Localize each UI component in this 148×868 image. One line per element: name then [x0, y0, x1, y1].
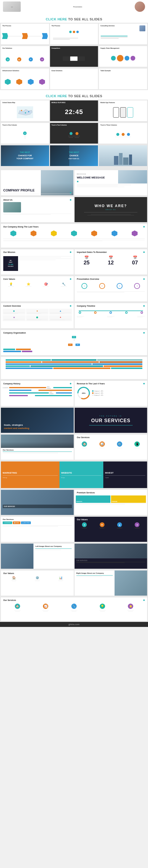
click-here-text-2[interactable]: CLICK HERE	[46, 94, 67, 98]
left-img-title: Left Image About our Company	[35, 546, 72, 547]
slide-revenue[interactable]: Revenue In The Last 4 Years 48%	[75, 381, 147, 406]
slide-best-1[interactable]: THE BESTCHANCE FORYOUR COMPANY	[1, 145, 49, 166]
slide-presentation-overview[interactable]: Presentation Overview 1 2 3 4	[75, 276, 147, 301]
slide-about-us[interactable]: About Us	[1, 197, 74, 222]
slide-our-services-hero[interactable]: THE FUTURE IS OUR SERVICES	[75, 408, 147, 433]
preview-label-1: Presentation	[73, 6, 82, 8]
slide-competitors[interactable]: Competitors	[50, 46, 98, 67]
slide-company-profile[interactable]: COMPANY PROFILE	[1, 170, 74, 195]
slide-company-years[interactable]: Our Company Along The Last Years	[1, 224, 147, 248]
slide-final-services[interactable]: Our Services 🏠 📈 🔧	[1, 597, 147, 621]
org-box-top: CEO	[72, 336, 76, 338]
who-subtitle: about us	[106, 209, 116, 210]
dates-row: 📅 25 📅 12 📅 07	[75, 255, 147, 266]
to-see-all-text-2: TO SEE ALL SLIDES	[68, 94, 102, 98]
slide-infrastructure[interactable]: Infrastructure Solutions	[1, 68, 49, 89]
slide-mobile-features[interactable]: MOBILE FEATURES 22:45	[50, 100, 98, 121]
slide-our-values-light[interactable]: Our Values 🏠 ⚙️ 📊	[1, 570, 74, 596]
content-overview-title: Content Overview	[3, 305, 21, 307]
company-org-row: Company Organization CEO CFO CMO	[0, 329, 148, 356]
large-slide-row-6: Company History COUNTRY NEW BRAND	[0, 380, 148, 407]
click-here-banner-2[interactable]: CLICK HERE TO SEE ALL SLIDES	[1, 92, 147, 99]
section-gap-1	[0, 167, 148, 169]
org-box-right: CMO	[75, 344, 80, 346]
slide-marketing[interactable]: MARKETING Strategy WEBSITE Design INVEST…	[1, 462, 147, 488]
slide-grid-4: United States Map MOBILE FEATURES 22:45 …	[0, 99, 148, 122]
slide-core-values[interactable]: Core Values 💡 ⭐ 🎯 🔧	[1, 276, 74, 301]
slide-welcome[interactable]: message WELCOME MESSAGE	[75, 170, 147, 195]
services-hero-sub: THE FUTURE IS	[99, 415, 122, 417]
slide-left-image[interactable]: Left Image About our Company	[1, 544, 74, 569]
slide-services-photo[interactable]: Our Services	[1, 435, 74, 460]
services-icons-title: Our Services	[77, 436, 90, 438]
mission-title: Our Mission	[3, 251, 15, 253]
services-btn-title: Our Services	[3, 519, 72, 520]
slide-people-group[interactable]: Our Services	[75, 544, 147, 569]
slide-us-map[interactable]: United States Map	[1, 100, 49, 121]
svg-text:48%: 48%	[82, 392, 85, 394]
slide-company-history[interactable]: Company History COUNTRY NEW BRAND	[1, 381, 74, 406]
slide-grid-1: The Process The Process	[0, 23, 148, 45]
slide-grid-2: Our Solutions ★ ◆ ● ▲ Competitors Supply…	[0, 45, 148, 68]
preview-avatar	[135, 1, 145, 12]
revenue-title: Revenue In The Last 4 Years	[77, 382, 105, 385]
slide-the-process-1[interactable]: The Process	[1, 24, 49, 44]
slide-trust-three[interactable]: Trust in Three Columns	[99, 123, 147, 144]
values-dark-title: Our Values	[77, 519, 88, 521]
large-slide-row-3: Our Mission WEWANTTO BETHE BEST Importan…	[0, 248, 148, 275]
slide-photo-people[interactable]: Our Services	[1, 490, 74, 515]
click-here-banner-1[interactable]: CLICK HERE TO SEE ALL SLIDES	[1, 15, 147, 22]
slide-right-image[interactable]: Right Image About our Company	[75, 570, 147, 596]
company-years-title: Our Company Along The Last Years	[3, 226, 39, 228]
preview-image-1: ●●	[3, 1, 21, 12]
slide-our-solutions[interactable]: Our Solutions ★ ◆ ● ▲	[1, 46, 49, 67]
slide-our-values-dark[interactable]: Our Values ♦ ★ ▲	[75, 517, 147, 542]
core-values-title: Core Values	[3, 278, 15, 280]
slide-services-icons[interactable]: Our Services 🏠 📊 ⚙️ 📱	[75, 435, 147, 460]
slide-company-timeline[interactable]: Company Timeline	[75, 303, 147, 328]
click-here-section-1[interactable]: CLICK HERE TO SEE ALL SLIDES	[0, 13, 148, 23]
slide-our-mission[interactable]: Our Mission WEWANTTO BETHE BEST	[1, 249, 74, 275]
slide-trust-two[interactable]: Trust in Two Columns	[50, 123, 98, 144]
date-icon-2: 📅	[108, 255, 114, 260]
slide-supply-chain[interactable]: Supply Chain Management	[99, 46, 147, 67]
marketing-slide-row: MARKETING Strategy WEBSITE Design INVEST…	[0, 461, 148, 489]
large-slide-row-7: Goals, strategies content and marketing …	[0, 407, 148, 434]
slide-the-process-2[interactable]: The Process	[50, 24, 98, 44]
watermark-text: gfxtra.com	[68, 623, 79, 626]
goals-text: Goals, strategies content and marketing	[4, 423, 71, 430]
slide-buildings[interactable]	[99, 145, 147, 166]
slide-great-solutions[interactable]: Great Solutions	[50, 68, 98, 89]
to-see-all-text-1: TO SEE ALL SLIDES	[68, 18, 102, 21]
slide-mobile-app[interactable]: Mobile App Features	[99, 100, 147, 121]
main-container: ●● Presentation CLICK HERE TO SEE ALL SL…	[0, 0, 148, 627]
slide-services-buttons[interactable]: Our Services ✈ INTERNET 📧 EMAIL ☁ ADD FR…	[1, 517, 74, 542]
large-slide-row-5: Content Overview ◆ ● ▲	[0, 302, 148, 329]
slide-goals[interactable]: Goals, strategies content and marketing	[1, 408, 74, 433]
top-preview-bar: ●● Presentation	[0, 0, 148, 13]
click-here-section-2[interactable]: CLICK HERE TO SEE ALL SLIDES	[0, 90, 148, 99]
slide-consulting[interactable]: Consulting Services	[99, 24, 147, 44]
slide-who-we-are[interactable]: WHO WE ARE? about us	[75, 197, 147, 222]
large-slide-row-4: Core Values 💡 ⭐ 🎯 🔧	[0, 275, 148, 302]
large-slide-row-1: COMPANY PROFILE message WELCOME MESSAGE	[0, 169, 148, 196]
slide-trust-one[interactable]: Trust in One Column ★	[1, 123, 49, 144]
slide-table-example[interactable]: Table Example	[99, 68, 147, 89]
company-years-row: Our Company Along The Last Years	[0, 223, 148, 248]
slide-company-organization[interactable]: Company Organization CEO CFO CMO	[1, 330, 147, 355]
services-photo-title: Our Services	[3, 449, 72, 451]
slide-content-overview[interactable]: Content Overview ◆ ● ▲	[1, 303, 74, 328]
date-3: 07	[132, 260, 138, 266]
slide-best-2[interactable]: THE BESTCHANCEFOR YOUR CO.	[50, 145, 98, 166]
slide-grid-5: Trust in One Column ★ Trust in Two Colum…	[0, 122, 148, 145]
slide-striped[interactable]	[1, 357, 147, 379]
click-here-text-1[interactable]: CLICK HERE	[46, 18, 67, 21]
slide-premium-services[interactable]: Premium Services SERVICES PREMIUM	[75, 490, 147, 515]
slide-important-dates[interactable]: Important Dates To Remember 📅 25 📅 12 📅 …	[75, 249, 147, 275]
date-2: 12	[108, 260, 114, 266]
org-box-left: CFO	[68, 344, 72, 346]
large-slide-row-9: Our Services Premium Services SERVICES P…	[0, 489, 148, 516]
date-1: 25	[83, 260, 90, 266]
right-img-title: Right Image About our Company	[76, 572, 113, 574]
photo-people-title: Our Services	[4, 505, 71, 507]
